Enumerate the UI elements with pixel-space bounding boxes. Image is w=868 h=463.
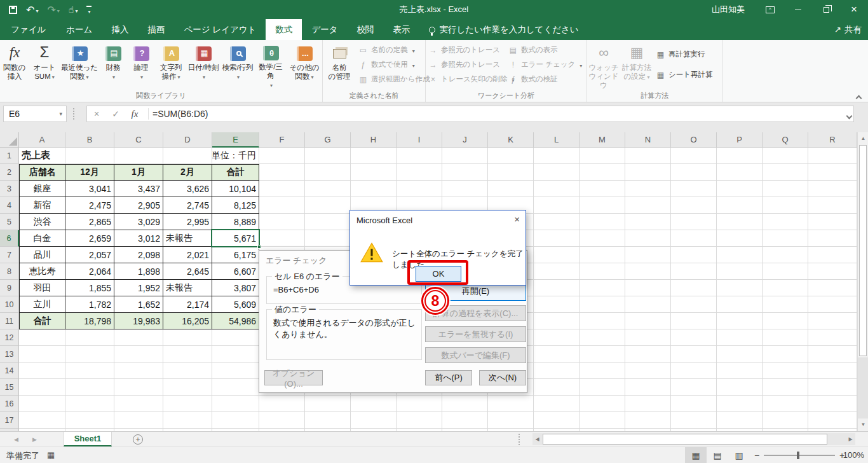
cell-F2[interactable]	[259, 164, 305, 181]
cell-C14[interactable]	[114, 363, 163, 379]
ribbon-button-math-trig[interactable]: θ数学/三角	[255, 41, 286, 90]
cell-P9[interactable]	[717, 280, 763, 296]
cell-F17[interactable]	[259, 412, 305, 429]
cell-A7[interactable]: 品川	[19, 247, 65, 263]
cell-E5[interactable]: 8,889	[212, 214, 259, 230]
cell-G3[interactable]	[305, 181, 351, 197]
cell-R8[interactable]	[808, 263, 857, 280]
row-header-10[interactable]: 10	[0, 296, 19, 313]
cell-O8[interactable]	[671, 263, 717, 280]
normal-view-icon[interactable]	[685, 447, 707, 463]
ignore-error-button[interactable]: エラーを無視する(I)	[425, 326, 526, 342]
ribbon-button-trace-dependents[interactable]: →参照先のトレース	[426, 57, 506, 72]
cell-R15[interactable]	[808, 379, 857, 396]
cell-O15[interactable]	[671, 379, 717, 396]
cell-D7[interactable]: 2,021	[163, 247, 212, 263]
cell-M6[interactable]	[580, 230, 625, 247]
cell-F5[interactable]	[259, 214, 305, 230]
tab-bar-grip[interactable]	[519, 434, 520, 445]
row-header-3[interactable]: 3	[0, 181, 19, 197]
cell-F3[interactable]	[259, 181, 305, 197]
ribbon-button-trace-precedents[interactable]: →参照元のトレース	[426, 43, 506, 57]
ribbon-tab[interactable]: 描画	[138, 19, 174, 40]
cell-I3[interactable]	[397, 181, 442, 197]
cell-I1[interactable]	[397, 148, 442, 164]
cell-B14[interactable]	[65, 363, 114, 379]
cell-B9[interactable]: 1,855	[65, 280, 114, 296]
cell-K16[interactable]	[488, 396, 534, 412]
cell-Q9[interactable]	[763, 280, 808, 296]
cell-B15[interactable]	[65, 379, 114, 396]
cell-R10[interactable]	[808, 296, 857, 313]
cell-B1[interactable]	[65, 148, 114, 164]
row-header-12[interactable]: 12	[0, 329, 19, 346]
cell-N4[interactable]	[625, 197, 671, 214]
cell-B16[interactable]	[65, 396, 114, 412]
cell-G6[interactable]	[305, 230, 351, 247]
cell-O13[interactable]	[671, 346, 717, 363]
cell-R13[interactable]	[808, 346, 857, 363]
sheet-tab-active[interactable]: Sheet1	[64, 432, 112, 446]
cell-P10[interactable]	[717, 296, 763, 313]
cell-D12[interactable]	[163, 329, 212, 346]
ribbon-tab[interactable]: ホーム	[57, 19, 102, 40]
cell-D11[interactable]: 16,205	[163, 313, 212, 329]
cell-L16[interactable]	[534, 396, 580, 412]
cell-N8[interactable]	[625, 263, 671, 280]
sheet-nav-left-icon[interactable]: ◀	[14, 436, 18, 443]
cell-C15[interactable]	[114, 379, 163, 396]
cell-B6[interactable]: 2,659	[65, 230, 114, 247]
cell-P15[interactable]	[717, 379, 763, 396]
ribbon-button-define-name[interactable]: ▭名前の定義	[356, 43, 433, 57]
cell-F4[interactable]	[259, 197, 305, 214]
row-header-8[interactable]: 8	[0, 263, 19, 280]
macro-record-icon[interactable]	[47, 450, 55, 460]
cell-B13[interactable]	[65, 346, 114, 363]
ribbon-tab[interactable]: データ	[302, 19, 347, 40]
cell-C17[interactable]	[114, 412, 163, 429]
row-header-7[interactable]: 7	[0, 247, 19, 263]
cell-F1[interactable]	[259, 148, 305, 164]
cell-G5[interactable]	[305, 214, 351, 230]
cell-D4[interactable]: 2,745	[163, 197, 212, 214]
cell-B17[interactable]	[65, 412, 114, 429]
cell-N7[interactable]	[625, 247, 671, 263]
cell-Q15[interactable]	[763, 379, 808, 396]
cell-B11[interactable]: 18,798	[65, 313, 114, 329]
cell-Q13[interactable]	[763, 346, 808, 363]
cell-Q4[interactable]	[763, 197, 808, 214]
cell-C2[interactable]: 1月	[114, 164, 163, 181]
row-header-5[interactable]: 5	[0, 214, 19, 230]
cell-E14[interactable]	[212, 363, 259, 379]
cell-M8[interactable]	[580, 263, 625, 280]
cell-P16[interactable]	[717, 396, 763, 412]
cell-P17[interactable]	[717, 412, 763, 429]
cell-M3[interactable]	[580, 181, 625, 197]
cell-A12[interactable]	[19, 329, 65, 346]
cell-N11[interactable]	[625, 313, 671, 329]
cell-E12[interactable]	[212, 329, 259, 346]
cell-R11[interactable]	[808, 313, 857, 329]
cell-B3[interactable]: 3,041	[65, 181, 114, 197]
collapse-ribbon-icon[interactable]	[857, 93, 862, 459]
cell-R4[interactable]	[808, 197, 857, 214]
cell-N15[interactable]	[625, 379, 671, 396]
cell-A2[interactable]: 店舗名	[19, 164, 65, 181]
cell-L4[interactable]	[534, 197, 580, 214]
cell-Q12[interactable]	[763, 329, 808, 346]
cell-Q8[interactable]	[763, 263, 808, 280]
cell-Q11[interactable]	[763, 313, 808, 329]
cell-O6[interactable]	[671, 230, 717, 247]
cell-A3[interactable]: 銀座	[19, 181, 65, 197]
formula-bar-grip[interactable]	[73, 108, 74, 120]
cell-B4[interactable]: 2,475	[65, 197, 114, 214]
cell-Q17[interactable]	[763, 412, 808, 429]
cell-L6[interactable]	[534, 230, 580, 247]
cell-M1[interactable]	[580, 148, 625, 164]
cell-M7[interactable]	[580, 247, 625, 263]
cell-E11[interactable]: 54,986	[212, 313, 259, 329]
cell-M13[interactable]	[580, 346, 625, 363]
cell-H1[interactable]	[351, 148, 397, 164]
ribbon-button-create-from-selection[interactable]: ▥選択範囲から作成	[356, 72, 433, 86]
cell-D1[interactable]	[163, 148, 212, 164]
